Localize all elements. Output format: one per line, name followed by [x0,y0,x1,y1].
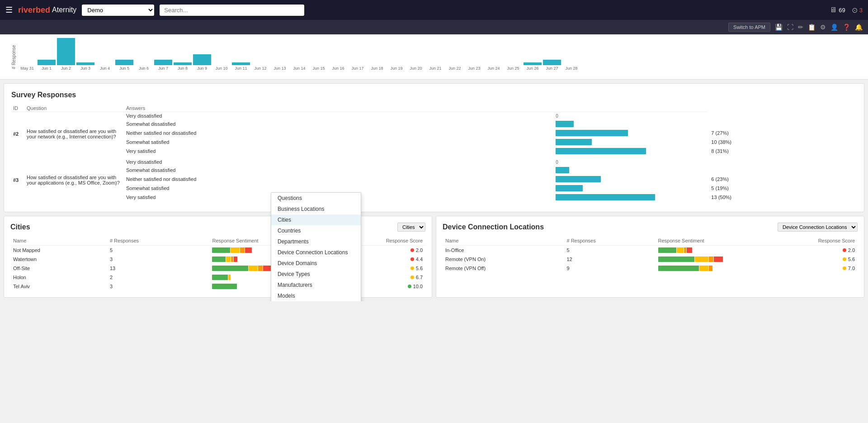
table-row: Remote (VPN Off)9 7.0 [443,264,858,273]
zero-value: 0 [556,160,558,165]
dropdown-item[interactable]: Models [271,290,361,301]
dropdown-item[interactable]: Device Connection Locations [271,247,361,258]
pct-label: 8 (31%) [708,147,857,156]
chart-x-label: Jun 25 [504,66,522,71]
chart-x-label: Jun 2 [57,66,75,71]
table-row: Somewhat dissatisfied [11,119,857,128]
brand-aternity-text: Aternity [52,6,76,14]
score-dot [843,248,846,252]
notification-icon[interactable]: 🔔 [855,24,863,31]
chart-x-label: Jun 15 [310,66,328,71]
device-conn-table: Name # Responses Response Sentiment Resp… [443,236,858,273]
table-row: Tel Aviv3 10.0 [10,282,425,291]
cities-select[interactable]: Cities [397,223,425,232]
settings-icon[interactable]: ⚙ [820,24,826,31]
bar-cell [554,119,708,128]
bar-row [556,194,706,200]
dropdown-item[interactable]: Cities [271,214,361,225]
dropdown-item[interactable]: Questions [271,193,361,204]
top-navigation: ☰ riverbed Aternity Demo 🖥 69 ⊙ 3 [0,0,868,20]
chart-bar [543,60,561,65]
table-row: In-Office5 2.0 [443,246,858,255]
dropdown-item[interactable]: Countries [271,225,361,236]
chart-x-label: May 31 [18,66,36,71]
chart-x-label: Jun 21 [426,66,444,71]
dc-col-name: Name [443,236,564,246]
score-value: 5.6 [416,266,423,271]
table-row: #2How satisfied or dissatisfied are you … [11,112,857,120]
save-icon[interactable]: 💾 [775,24,783,31]
orange-segment [709,257,713,262]
yellow-segment [699,266,708,271]
dc-col-responses: # Responses [564,236,655,246]
bar-cell [554,166,708,175]
chart-bars [18,38,861,65]
menu-icon[interactable]: ☰ [5,5,13,15]
chart-x-label: Jun 6 [135,66,153,71]
device-conn-select[interactable]: Device Connection Locations [778,223,858,232]
green-segment [212,275,228,280]
brand-logo: riverbed Aternity [18,5,76,15]
score-dot [408,285,411,288]
orange-segment [258,266,263,271]
chart-x-label: Jun 1 [38,66,56,71]
question-text: How satisfied or dissatisfied are you wi… [25,158,124,202]
chart-x-label: Jun 27 [543,66,561,71]
cities-panel: Cities Cities Name # Responses Response … [4,216,432,298]
copy-icon[interactable]: 📋 [808,24,816,31]
device-conn-panel-header: Device Connection Locations Device Conne… [443,223,858,232]
table-row: Somewhat satisfied10 (38%) [11,138,857,147]
bottom-panels: Cities Cities Name # Responses Response … [4,216,864,298]
row-responses: 9 [564,264,655,273]
edit-icon[interactable]: ✏ [798,24,803,31]
chart-x-label: Jun 23 [465,66,483,71]
sentiment-bar [658,247,743,253]
cities-table: Name # Responses Response Sentiment Resp… [10,236,425,291]
user-icon[interactable]: 👤 [830,24,838,31]
sentiment-bar [658,266,743,271]
alert-icon: ⊙ [852,6,858,14]
switch-apm-button[interactable]: Switch to APM [728,23,770,32]
table-row: Neither satisfied nor dissatisfied7 (27%… [11,128,857,138]
expand-icon[interactable]: ⛶ [787,24,793,31]
nav-icons: 🖥 69 ⊙ 3 [830,6,863,14]
yellow-segment [226,257,231,262]
brand-riverbed-text: riverbed [18,5,50,15]
dropdown-item[interactable]: Departments [271,236,361,247]
green-segment [212,266,248,271]
row-responses: 3 [107,255,210,264]
row-name: Not Mapped [10,246,107,255]
score-dot [843,266,846,270]
dropdown-item[interactable]: Manufacturers [271,280,361,290]
dropdown-item[interactable]: Business Locations [271,204,361,214]
score-value: 7.0 [848,266,855,271]
pct-label [708,119,857,128]
table-row: Somewhat dissatisfied [11,166,857,175]
groupby-dropdown[interactable]: QuestionsBusiness LocationsCitiesCountri… [271,192,361,301]
score-dot [843,257,846,261]
score-cell: 2.0 [746,246,858,255]
dc-col-score: Response Score [746,236,858,246]
pct-label: 5 (19%) [708,184,857,193]
monitor-count: 69 [839,7,845,14]
yellow-segment [695,257,708,262]
dropdown-item[interactable]: Device Domains [271,258,361,269]
help-icon[interactable]: ❓ [843,24,850,31]
toolbar-row: Switch to APM 💾 ⛶ ✏ 📋 ⚙ 👤 ❓ 🔔 [0,20,868,34]
pct-label: 10 (38%) [708,138,857,147]
dropdown-item[interactable]: Device Types [271,269,361,280]
survey-title: Survey Responses [11,91,857,99]
bar-cell: 0 [554,112,708,120]
answer-label: Somewhat dissatisfied [124,119,554,128]
bar-row [556,121,706,127]
survey-bar [556,130,628,136]
chart-x-label: Jun 3 [76,66,94,71]
bar-cell [554,184,708,193]
score-cell: 5.6 [746,255,858,264]
chart-x-label: Jun 19 [387,66,406,71]
search-input[interactable] [160,5,304,16]
red-segment [687,247,692,253]
chart-bar [524,62,542,65]
yellow-segment [231,247,240,253]
demo-dropdown[interactable]: Demo [82,5,154,16]
